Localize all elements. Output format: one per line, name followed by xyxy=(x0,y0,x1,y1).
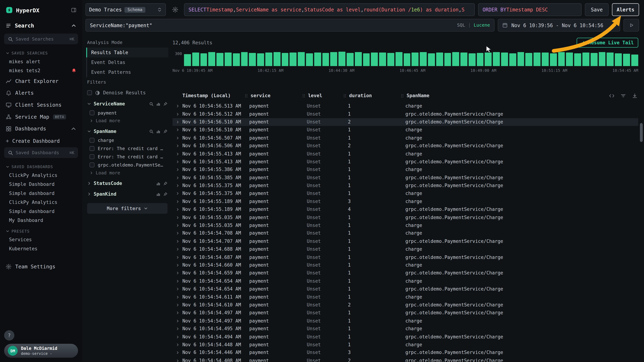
row-expand-icon[interactable] xyxy=(172,287,182,291)
saved-dashboard-item[interactable]: Simple dashboard xyxy=(0,207,82,216)
saved-dashboard-item[interactable]: ClickPy Analytics xyxy=(0,198,82,207)
histogram-bar[interactable] xyxy=(233,53,240,66)
denoise-results-toggle[interactable]: Denoise Results xyxy=(86,87,168,98)
filter-value-row[interactable]: Error: The credit card … xyxy=(86,144,168,153)
histogram-bar[interactable] xyxy=(542,53,549,66)
histogram-bar[interactable] xyxy=(395,52,402,66)
column-filter-icon[interactable] xyxy=(620,93,626,98)
table-row[interactable]: Nov 6 10:54:54.446 AMpaymentUnset3grpc.o… xyxy=(172,349,638,357)
histogram-bar[interactable] xyxy=(590,53,598,66)
pin-icon[interactable] xyxy=(163,192,168,196)
checkbox[interactable] xyxy=(90,138,95,143)
row-expand-icon[interactable] xyxy=(172,255,182,259)
saved-dashboard-item[interactable]: My Dashboard xyxy=(0,216,82,225)
table-row[interactable]: Nov 6 10:54:56.512 AMpaymentUnset1grpc.o… xyxy=(172,110,638,118)
drag-handle-icon[interactable] xyxy=(243,93,249,98)
column-header-duration[interactable]: duration xyxy=(342,93,399,98)
pin-icon[interactable] xyxy=(163,181,168,186)
row-expand-icon[interactable] xyxy=(172,279,182,283)
table-row[interactable]: Nov 6 10:54:54.688 AMpaymentUnset1charge xyxy=(172,245,638,253)
row-expand-icon[interactable] xyxy=(172,271,182,275)
histogram-bar[interactable] xyxy=(526,53,532,66)
row-expand-icon[interactable] xyxy=(172,144,182,148)
pin-icon[interactable] xyxy=(163,102,168,106)
sidebar-item-alerts[interactable]: Alerts xyxy=(0,87,82,99)
preset-item[interactable]: Kubernetes xyxy=(0,244,82,253)
source-settings-button[interactable] xyxy=(169,3,181,16)
histogram-bar[interactable] xyxy=(615,53,622,66)
saved-searches-heading[interactable]: SAVED SEARCHES xyxy=(0,47,82,57)
sidebar-item-client-sessions[interactable]: Client Sessions xyxy=(0,99,82,111)
row-expand-icon[interactable] xyxy=(172,295,182,299)
saved-dashboard-item[interactable]: Simple Dashboard xyxy=(0,180,82,189)
saved-dashboards-heading[interactable]: SAVED DASHBOARDS xyxy=(0,161,82,171)
histogram-bar[interactable] xyxy=(290,53,296,66)
filter-group-header[interactable]: StatusCode xyxy=(86,178,168,188)
search-input[interactable]: ServiceName:"payment" SQL | Lucene xyxy=(86,19,495,32)
histogram-bar[interactable] xyxy=(582,52,590,66)
histogram-bar[interactable] xyxy=(404,53,410,66)
scrollbar[interactable] xyxy=(640,123,643,142)
table-row[interactable]: Nov 6 10:54:54.687 AMpaymentUnset1grpc.o… xyxy=(172,253,638,261)
table-row[interactable]: Nov 6 10:54:54.408 AMpaymentUnset2grpc.o… xyxy=(172,357,638,362)
table-row[interactable]: Nov 6 10:54:55.413 AMpaymentUnset1grpc.o… xyxy=(172,158,638,166)
histogram-bar[interactable] xyxy=(574,53,581,66)
table-row[interactable]: Nov 6 10:54:55.035 AMpaymentUnset1grpc.o… xyxy=(172,213,638,221)
table-row[interactable]: Nov 6 10:54:54.495 AMpaymentUnset1charge xyxy=(172,325,638,333)
row-expand-icon[interactable] xyxy=(172,200,182,203)
histogram-bar[interactable] xyxy=(436,52,443,66)
table-row[interactable]: Nov 6 10:54:56.507 AMpaymentUnset1charge xyxy=(172,134,638,142)
row-expand-icon[interactable] xyxy=(172,120,182,124)
histogram-bar[interactable] xyxy=(501,53,508,66)
histogram-bar[interactable] xyxy=(314,52,321,66)
row-expand-icon[interactable] xyxy=(172,319,182,323)
histogram-bar[interactable] xyxy=(216,53,224,66)
sql-editor[interactable]: SELECT Timestamp, ServiceName as service… xyxy=(184,3,475,16)
row-expand-icon[interactable] xyxy=(172,104,182,108)
preset-item[interactable]: Services xyxy=(0,235,82,244)
table-row[interactable]: Nov 6 10:54:54.611 AMpaymentUnset1charge xyxy=(172,293,638,301)
row-expand-icon[interactable] xyxy=(172,176,182,180)
histogram-bar[interactable] xyxy=(347,53,354,66)
histogram-bar[interactable] xyxy=(274,52,280,66)
table-row[interactable]: Nov 6 10:54:54.494 AMpaymentUnset1grpc.o… xyxy=(172,333,638,341)
drag-handle-icon[interactable] xyxy=(399,93,405,98)
row-expand-icon[interactable] xyxy=(172,160,182,164)
view-code-icon[interactable] xyxy=(609,93,614,98)
histogram-bar[interactable] xyxy=(607,53,614,66)
histogram-bar[interactable] xyxy=(509,53,516,66)
histogram-bar[interactable] xyxy=(420,52,427,66)
row-expand-icon[interactable] xyxy=(172,152,182,156)
chart-icon[interactable] xyxy=(156,181,160,186)
filter-value-row[interactable]: charge xyxy=(86,136,168,144)
table-row[interactable]: Nov 6 10:54:54.660 AMpaymentUnset1charge xyxy=(172,261,638,269)
order-by-input[interactable]: ORDER BY Timestamp DESC xyxy=(478,3,582,16)
row-expand-icon[interactable] xyxy=(172,335,182,339)
histogram-bar[interactable] xyxy=(452,52,459,66)
drag-handle-icon[interactable] xyxy=(342,93,348,98)
table-row[interactable]: Nov 6 10:54:55.189 AMpaymentUnset3charge xyxy=(172,198,638,206)
row-expand-icon[interactable] xyxy=(172,184,182,187)
column-header-level[interactable]: level xyxy=(301,93,342,98)
histogram-bar[interactable] xyxy=(623,54,630,66)
row-expand-icon[interactable] xyxy=(172,208,182,211)
chart-icon[interactable] xyxy=(156,102,160,106)
filter-group-header[interactable]: SpanKind xyxy=(86,188,168,199)
row-expand-icon[interactable] xyxy=(172,343,182,347)
table-row[interactable]: Nov 6 10:54:54.610 AMpaymentUnset2grpc.o… xyxy=(172,301,638,309)
histogram-bar[interactable] xyxy=(550,53,557,66)
histogram-bar[interactable] xyxy=(517,52,524,66)
histogram-bar[interactable] xyxy=(306,53,313,66)
more-filters-button[interactable]: More filters xyxy=(87,203,168,214)
histogram-bar[interactable] xyxy=(330,52,338,66)
histogram-bar[interactable] xyxy=(477,53,484,66)
search-icon[interactable] xyxy=(149,102,154,106)
histogram-bar[interactable] xyxy=(241,52,248,66)
create-dashboard-button[interactable]: + Create Dashboard xyxy=(0,135,82,146)
pin-icon[interactable] xyxy=(163,129,168,134)
table-row[interactable]: Nov 6 10:54:55.386 AMpaymentUnset1charge xyxy=(172,166,638,174)
histogram-bar[interactable] xyxy=(631,54,638,66)
checkbox[interactable] xyxy=(90,163,95,168)
row-expand-icon[interactable] xyxy=(172,327,182,331)
save-button[interactable]: Save xyxy=(585,3,608,16)
